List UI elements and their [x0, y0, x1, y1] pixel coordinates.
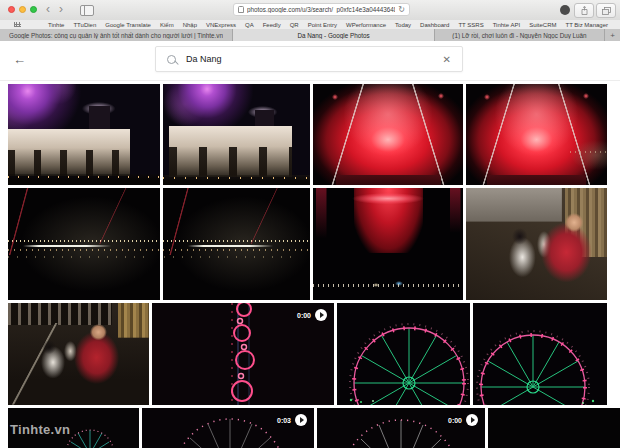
forward-nav-button[interactable]: ›: [59, 1, 63, 18]
bookmark-item[interactable]: Nhập: [183, 22, 197, 28]
back-nav-button[interactable]: ‹: [46, 1, 50, 18]
browser-title-bar: ‹› photos.google.com/u/3/search/_p0xfc14…: [0, 0, 620, 21]
bookmarks-grid-icon[interactable]: [14, 22, 21, 27]
search-box[interactable]: Da Nang ✕: [155, 46, 463, 72]
window-close-button[interactable]: [8, 6, 15, 13]
tinhte-watermark: Tinhte.vn: [10, 422, 70, 437]
video-duration: 0:00: [297, 312, 311, 319]
google-photos-header: ← Da Nang ✕: [0, 41, 620, 81]
nav-buttons: ‹›: [46, 1, 63, 18]
sun-wheel-graphic: [473, 303, 607, 405]
photo-thumbnail[interactable]: [337, 303, 470, 405]
photo-thumbnail[interactable]: [466, 84, 607, 185]
share-icon: [581, 6, 588, 15]
new-tab-button[interactable]: +: [605, 29, 620, 41]
plus-icon: +: [610, 31, 615, 40]
grid-row: [8, 84, 607, 185]
photo-thumbnail[interactable]: [163, 188, 310, 300]
photo-thumbnail[interactable]: [313, 84, 463, 185]
video-duration: 0:00: [448, 417, 462, 424]
bookmark-item[interactable]: Point Entry: [308, 22, 337, 28]
video-thumbnail[interactable]: 0:03: [142, 408, 314, 448]
photo-thumbnail[interactable]: [8, 188, 160, 300]
bookmark-item[interactable]: VNExpress: [206, 22, 236, 28]
video-duration-badge: 0:00: [297, 309, 327, 321]
video-thumbnail[interactable]: 0:00: [317, 408, 485, 448]
photo-thumbnail[interactable]: [163, 84, 310, 185]
tab-tinhte-article[interactable]: Google Photos: công cụ quản lý ảnh tốt n…: [0, 29, 233, 41]
clear-search-icon[interactable]: ✕: [443, 54, 451, 65]
share-button[interactable]: [574, 3, 594, 18]
window-minimize-button[interactable]: [19, 6, 26, 13]
photo-thumbnail[interactable]: [313, 188, 463, 300]
lock-icon: [238, 6, 244, 13]
tab-overview-icon: [602, 7, 611, 15]
sun-wheel-graphic: [337, 303, 470, 405]
bookmark-item[interactable]: SuiteCRM: [529, 22, 556, 28]
photo-thumbnail[interactable]: [466, 188, 607, 300]
bookmark-item[interactable]: TTuDien: [73, 22, 96, 28]
grid-row: [8, 188, 607, 300]
tab-title: Da Nang - Google Photos: [297, 32, 369, 39]
tab-messages[interactable]: (1) Lỡ rồi, chơi luôn đi - Nguyễn Ngọc D…: [435, 29, 605, 41]
tab-title: Google Photos: công cụ quản lý ảnh tốt n…: [9, 32, 223, 39]
video-duration-badge: 0:00: [448, 414, 478, 426]
grid-row: 0:03 0:00: [8, 408, 620, 448]
back-arrow-icon[interactable]: ←: [13, 52, 26, 68]
tab-bar: Google Photos: công cụ quản lý ảnh tốt n…: [0, 29, 620, 41]
photo-thumbnail[interactable]: [8, 84, 160, 185]
bookmark-item[interactable]: Dashboard: [420, 22, 449, 28]
photo-thumbnail[interactable]: [473, 303, 607, 405]
video-duration: 0:03: [277, 417, 291, 424]
address-bar[interactable]: photos.google.com/u/3/search/_p0xfc14e3a…: [233, 3, 410, 16]
bookmark-item[interactable]: Kiểm: [160, 22, 174, 28]
bookmark-items: Tinhte TTuDien Google Translate Kiểm Nhậ…: [48, 22, 608, 28]
play-icon[interactable]: [466, 414, 478, 426]
url-text: photos.google.com/u/3/search/_p0xfc14e3a…: [247, 6, 395, 13]
photo-thumbnail[interactable]: [488, 408, 620, 448]
reload-icon[interactable]: ↻: [398, 5, 405, 14]
tab-da-nang-google-photos[interactable]: Da Nang - Google Photos: [233, 29, 435, 41]
bookmark-item[interactable]: WPerformance: [346, 22, 386, 28]
play-icon[interactable]: [295, 414, 307, 426]
bookmark-item[interactable]: QA: [245, 22, 254, 28]
window-zoom-button[interactable]: [30, 6, 37, 13]
grid-row: 0:00: [8, 303, 607, 405]
tab-title: (1) Lỡ rồi, chơi luôn đi - Nguyễn Ngọc D…: [452, 32, 586, 39]
bookmark-item[interactable]: Google Translate: [105, 22, 151, 28]
photo-grid: 0:00: [8, 84, 607, 448]
sidebar-toggle-icon[interactable]: [80, 5, 94, 16]
bookmark-item[interactable]: Tinhte: [48, 22, 64, 28]
search-input[interactable]: Da Nang: [186, 54, 443, 64]
extension-button-icon[interactable]: [560, 5, 570, 15]
bookmark-item[interactable]: Tinhte API: [493, 22, 520, 28]
photo-thumbnail[interactable]: [8, 303, 149, 405]
play-icon[interactable]: [315, 309, 327, 321]
video-duration-badge: 0:03: [277, 414, 307, 426]
screenshot-root: { "browser": { "toolbar": { "url": "phot…: [0, 0, 620, 448]
bookmark-item[interactable]: Feedly: [263, 22, 281, 28]
bookmark-item[interactable]: Today: [395, 22, 411, 28]
search-icon: [167, 55, 176, 64]
bookmark-item[interactable]: TT Biz Manager: [565, 22, 608, 28]
bookmark-item[interactable]: QR: [290, 22, 299, 28]
bookmark-item[interactable]: TT SSRS: [458, 22, 483, 28]
tab-overview-button[interactable]: [596, 3, 616, 18]
video-thumbnail[interactable]: 0:00: [152, 303, 334, 405]
